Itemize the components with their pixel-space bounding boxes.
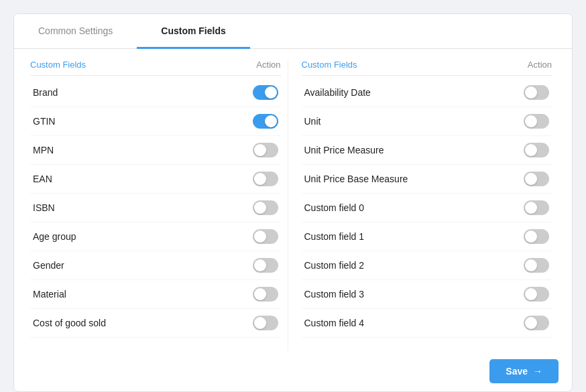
- field-label-material: Material: [33, 289, 66, 300]
- left-column-title: Custom Fields: [30, 60, 86, 70]
- field-label-custom-field-2: Custom field 2: [304, 260, 364, 271]
- toggle-mpn[interactable]: [253, 143, 278, 157]
- toggle-knob-custom-field-2: [525, 259, 537, 271]
- toggle-knob-custom-field-3: [525, 288, 537, 300]
- toggle-custom-field-3[interactable]: [524, 287, 549, 302]
- toggle-knob-ean: [254, 173, 266, 185]
- toggle-knob-unit-price-measure: [525, 144, 537, 156]
- left-column-action-label: Action: [256, 60, 280, 70]
- field-row-isbn: ISBN: [30, 194, 281, 222]
- save-label: Save: [506, 366, 528, 377]
- field-row-cost-of-good-sold: Cost of good sold: [30, 309, 281, 338]
- field-row-mpn: MPN: [30, 136, 281, 165]
- toggle-knob-custom-field-0: [525, 202, 537, 214]
- right-column-header: Custom Fields Action: [302, 60, 552, 76]
- field-label-ean: EAN: [33, 174, 52, 184]
- toggle-knob-unit-price-base-measure: [525, 173, 537, 185]
- field-row-material: Material: [30, 280, 281, 309]
- save-button[interactable]: Save →: [489, 359, 559, 383]
- tabs-bar: Common Settings Custom Fields: [14, 14, 572, 49]
- field-label-unit: Unit: [304, 116, 321, 127]
- field-row-availability-date: Availability Date: [302, 78, 552, 107]
- field-label-custom-field-3: Custom field 3: [304, 289, 364, 300]
- right-fields-list: Availability DateUnitUnit Price MeasureU…: [302, 78, 552, 338]
- field-row-unit: Unit: [302, 107, 552, 136]
- toggle-knob-custom-field-4: [525, 317, 537, 329]
- left-column: Custom Fields Action BrandGTINMPNEANISBN…: [27, 60, 288, 351]
- field-row-brand: Brand: [30, 78, 281, 107]
- footer: Save →: [476, 351, 572, 391]
- field-label-gtin: GTIN: [33, 116, 55, 127]
- toggle-custom-field-1[interactable]: [524, 229, 549, 244]
- field-label-brand: Brand: [33, 87, 58, 98]
- content-area: Custom Fields Action BrandGTINMPNEANISBN…: [14, 49, 572, 391]
- field-row-custom-field-3: Custom field 3: [302, 280, 552, 309]
- main-container: Common Settings Custom Fields Custom Fie…: [13, 13, 573, 392]
- field-label-custom-field-1: Custom field 1: [304, 231, 364, 242]
- field-row-gtin: GTIN: [30, 107, 281, 136]
- toggle-knob-age-group: [254, 231, 266, 243]
- field-label-unit-price-base-measure: Unit Price Base Measure: [304, 174, 408, 184]
- field-row-custom-field-2: Custom field 2: [302, 251, 552, 280]
- right-column-title: Custom Fields: [302, 60, 357, 70]
- field-label-availability-date: Availability Date: [304, 87, 371, 98]
- save-arrow-icon: →: [533, 366, 542, 377]
- field-label-custom-field-0: Custom field 0: [304, 202, 364, 213]
- field-label-mpn: MPN: [33, 145, 54, 155]
- toggle-gender[interactable]: [253, 258, 278, 273]
- toggle-knob-brand: [265, 86, 277, 99]
- toggle-knob-cost-of-good-sold: [254, 317, 266, 329]
- toggle-knob-mpn: [254, 144, 266, 156]
- toggle-gtin[interactable]: [253, 114, 278, 129]
- toggle-knob-isbn: [254, 202, 266, 214]
- field-row-age-group: Age group: [30, 222, 281, 251]
- toggle-knob-availability-date: [525, 86, 537, 99]
- right-column: Custom Fields Action Availability DateUn…: [288, 60, 559, 351]
- field-label-cost-of-good-sold: Cost of good sold: [33, 318, 106, 328]
- toggle-age-group[interactable]: [253, 229, 278, 244]
- toggle-isbn[interactable]: [253, 200, 278, 215]
- toggle-unit[interactable]: [524, 114, 549, 129]
- field-label-custom-field-4: Custom field 4: [304, 318, 364, 328]
- toggle-unit-price-measure[interactable]: [524, 143, 549, 157]
- toggle-cost-of-good-sold[interactable]: [253, 316, 278, 330]
- toggle-ean[interactable]: [253, 172, 278, 186]
- field-label-unit-price-measure: Unit Price Measure: [304, 145, 384, 155]
- tab-custom-fields[interactable]: Custom Fields: [137, 15, 249, 49]
- toggle-custom-field-4[interactable]: [524, 316, 549, 330]
- field-label-gender: Gender: [33, 260, 64, 271]
- toggle-custom-field-2[interactable]: [524, 258, 549, 273]
- field-row-gender: Gender: [30, 251, 281, 280]
- field-row-custom-field-0: Custom field 0: [302, 194, 552, 222]
- tab-common-settings[interactable]: Common Settings: [14, 15, 137, 49]
- toggle-knob-gender: [254, 259, 266, 271]
- left-fields-list: BrandGTINMPNEANISBNAge groupGenderMateri…: [30, 78, 281, 338]
- field-label-age-group: Age group: [33, 231, 76, 242]
- field-row-custom-field-1: Custom field 1: [302, 222, 552, 251]
- toggle-knob-custom-field-1: [525, 231, 537, 243]
- toggle-material[interactable]: [253, 287, 278, 302]
- toggle-knob-unit: [525, 115, 537, 127]
- left-column-header: Custom Fields Action: [30, 60, 281, 76]
- toggle-unit-price-base-measure[interactable]: [524, 172, 549, 186]
- toggle-custom-field-0[interactable]: [524, 200, 549, 215]
- field-row-unit-price-base-measure: Unit Price Base Measure: [302, 165, 552, 194]
- toggle-knob-gtin: [265, 115, 277, 127]
- toggle-brand[interactable]: [253, 85, 278, 100]
- toggle-availability-date[interactable]: [524, 85, 549, 100]
- toggle-knob-material: [254, 288, 266, 300]
- field-row-unit-price-measure: Unit Price Measure: [302, 136, 552, 165]
- field-row-custom-field-4: Custom field 4: [302, 309, 552, 338]
- field-label-isbn: ISBN: [33, 202, 55, 213]
- field-row-ean: EAN: [30, 165, 281, 194]
- right-column-action-label: Action: [528, 60, 552, 70]
